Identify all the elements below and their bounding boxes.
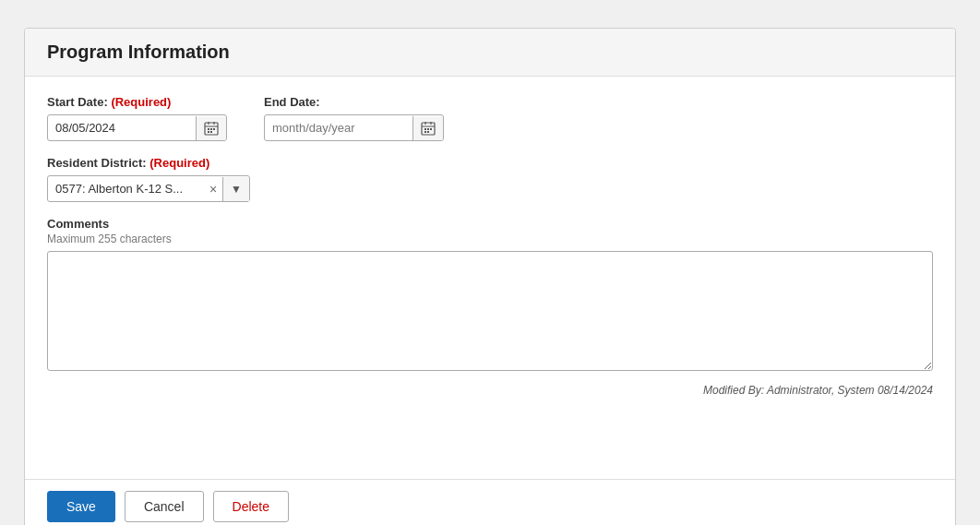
start-date-input-wrapper: 08/05/2024 [47,114,227,141]
card-header: Program Information [25,29,955,77]
end-date-calendar-button[interactable] [412,116,443,140]
start-date-group: Start Date: (Required) 08/05/2024 [47,95,227,141]
comments-label: Comments [47,217,933,231]
svg-rect-17 [427,131,429,133]
end-date-input[interactable] [265,115,412,140]
calendar-icon-end [421,121,436,136]
end-date-group: End Date: [264,95,444,141]
resident-district-dropdown-button[interactable]: ▼ [222,177,249,201]
page-wrapper: Program Information Start Date: (Require… [15,18,965,525]
resident-district-group: Resident District: (Required) 0577: Albe… [47,156,250,202]
svg-rect-4 [208,128,209,130]
resident-district-required: (Required) [149,156,209,170]
resident-district-select-wrapper: 0577: Alberton K-12 S... × ▼ [47,175,250,202]
svg-rect-14 [427,128,429,130]
svg-rect-13 [424,128,426,130]
comments-textarea[interactable] [47,251,933,371]
resident-district-row: Resident District: (Required) 0577: Albe… [47,156,933,202]
card-footer: Save Cancel Delete [25,479,955,525]
resident-district-clear-button[interactable]: × [204,178,222,200]
end-date-input-wrapper [264,114,444,141]
comments-hint: Maximum 255 characters [47,233,933,245]
start-date-input[interactable]: 08/05/2024 [48,115,196,140]
svg-rect-7 [208,131,209,133]
date-row: Start Date: (Required) 08/05/2024 [47,95,933,141]
comments-section: Comments Maximum 255 characters [47,217,933,375]
svg-rect-8 [210,131,212,133]
calendar-icon [204,121,219,136]
resident-district-label: Resident District: (Required) [47,156,250,170]
start-date-calendar-button[interactable] [196,116,226,140]
delete-button[interactable]: Delete [213,491,289,522]
cancel-button[interactable]: Cancel [125,491,204,522]
svg-rect-5 [210,128,212,130]
program-information-card: Program Information Start Date: (Require… [24,28,956,525]
svg-rect-15 [430,128,432,130]
svg-rect-16 [424,131,426,133]
card-body: Start Date: (Required) 08/05/2024 [25,77,955,479]
modified-info: Modified By: Administrator, System 08/14… [47,384,933,406]
svg-rect-6 [213,128,215,130]
start-date-required: (Required) [111,95,171,109]
start-date-label: Start Date: (Required) [47,95,227,109]
save-button[interactable]: Save [47,491,115,522]
card-title: Program Information [47,42,933,63]
end-date-label: End Date: [264,95,444,109]
resident-district-value: 0577: Alberton K-12 S... [48,176,204,201]
